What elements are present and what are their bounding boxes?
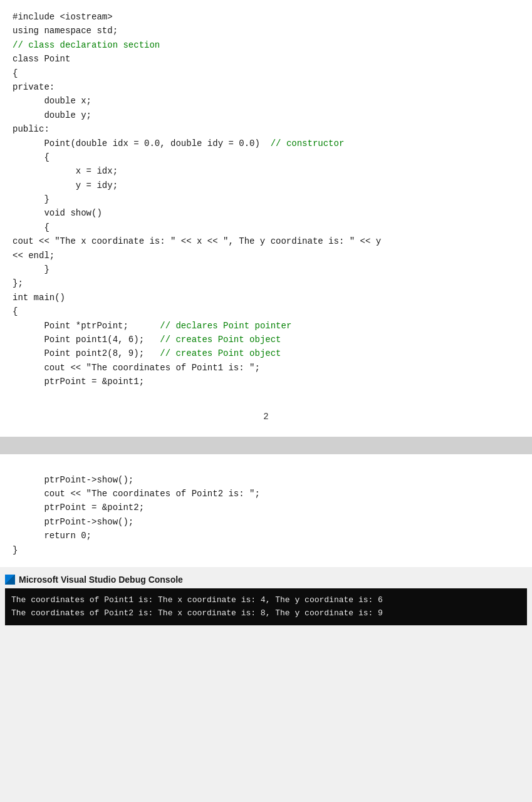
code-line: int main() (13, 291, 519, 305)
console-output-line-2: The coordinates of Point2 is: The x coor… (11, 607, 521, 620)
code-line: ptrPoint = &point2; (13, 501, 519, 514)
code-line: } (13, 543, 519, 557)
code-line: double y; (13, 108, 519, 122)
code-line: ptrPoint->show(); (13, 515, 519, 529)
visual-studio-icon (5, 575, 15, 585)
code-line: { (13, 305, 519, 318)
code-line: << endl; (13, 249, 519, 263)
code-line: class Point (13, 52, 519, 66)
code-line: }; (13, 276, 519, 290)
code-line-return: return 0; (13, 529, 519, 543)
console-header: Microsoft Visual Studio Debug Console (5, 575, 527, 585)
code-line: cout << "The coordinates of Point2 is: "… (13, 487, 519, 501)
code-line: Point(double idx = 0.0, double idy = 0.0… (13, 137, 519, 150)
code-line-comment: // class declaration section (13, 38, 519, 52)
console-output: The coordinates of Point1 is: The x coor… (5, 588, 527, 625)
code-line: #include <iostream> (13, 10, 519, 24)
code-line: using namespace std; (13, 24, 519, 38)
code-line: } (13, 192, 519, 206)
code-line: ptrPoint = &point1; (13, 375, 519, 388)
console-output-line-1: The coordinates of Point1 is: The x coor… (11, 593, 521, 607)
code-section-top: #include <iostream> using namespace std;… (0, 0, 532, 399)
code-line: { (13, 150, 519, 164)
code-line: cout << "The x coordinate is: " << x << … (13, 234, 519, 248)
code-line: x = idx; (13, 164, 519, 178)
page-container: #include <iostream> using namespace std;… (0, 0, 532, 802)
code-section-bottom: ptrPoint->show(); cout << "The coordinat… (0, 454, 532, 567)
code-line: ptrPoint->show(); (13, 473, 519, 487)
code-line: public: (13, 122, 519, 136)
code-line: Point point2(8, 9); // creates Point obj… (13, 346, 519, 360)
code-line: void show() (13, 206, 519, 220)
code-line: { (13, 66, 519, 80)
page-divider (0, 437, 532, 454)
page-number: 2 (0, 399, 532, 437)
code-line: Point point1(4, 6); // creates Point obj… (13, 333, 519, 346)
code-line: } (13, 263, 519, 276)
console-section: Microsoft Visual Studio Debug Console Th… (0, 567, 532, 625)
code-line: y = idy; (13, 179, 519, 192)
code-line: double x; (13, 94, 519, 108)
code-line: cout << "The coordinates of Point1 is: "… (13, 361, 519, 375)
code-line: private: (13, 80, 519, 94)
code-line: { (13, 221, 519, 234)
code-line: Point *ptrPoint; // declares Point point… (13, 319, 519, 333)
console-title: Microsoft Visual Studio Debug Console (19, 575, 183, 585)
